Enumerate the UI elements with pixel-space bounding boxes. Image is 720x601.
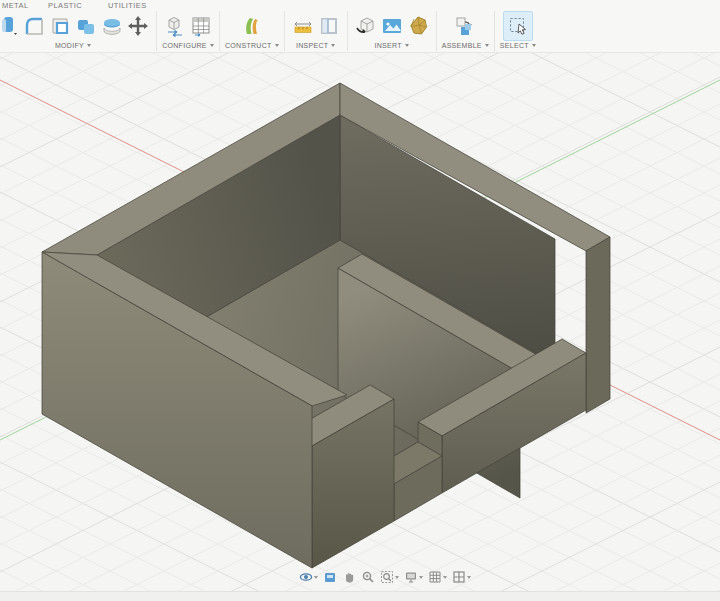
- group-insert: INSERT: [348, 11, 437, 51]
- section-analysis-icon[interactable]: [316, 13, 342, 39]
- insert-mesh-icon[interactable]: [405, 13, 431, 39]
- group-construct: CONSTRUCT: [220, 11, 285, 51]
- group-select: SELECT: [495, 11, 541, 51]
- shell-icon[interactable]: [47, 13, 73, 39]
- modify-dropdown[interactable]: MODIFY: [55, 42, 91, 49]
- chevron-down-icon: [485, 44, 489, 47]
- zoom-icon[interactable]: [360, 569, 376, 585]
- chevron-down-icon: [443, 576, 447, 579]
- configure-label: CONFIGURE: [162, 42, 207, 49]
- canvas-icon[interactable]: [379, 13, 405, 39]
- construct-plane-icon[interactable]: [239, 13, 265, 39]
- modify-label: MODIFY: [55, 42, 84, 49]
- construct-label: CONSTRUCT: [225, 42, 272, 49]
- chevron-down-icon: [467, 576, 471, 579]
- assemble-dropdown[interactable]: ASSEMBLE: [442, 42, 489, 49]
- chevron-down-icon: [532, 44, 536, 47]
- tab-sheet-metal[interactable]: METAL: [2, 1, 28, 10]
- construct-dropdown[interactable]: CONSTRUCT: [225, 42, 279, 49]
- tab-utilities[interactable]: UTILITIES: [108, 1, 147, 10]
- chevron-down-icon: [210, 44, 214, 47]
- look-at-icon[interactable]: [322, 569, 338, 585]
- configuration-table-icon[interactable]: [188, 13, 214, 39]
- group-assemble: ASSEMBLE: [437, 11, 495, 51]
- split-body-icon[interactable]: [99, 13, 125, 39]
- chevron-down-icon: [419, 576, 423, 579]
- toolbar-groups: MODIFY CONFIGURE CONSTRUCT: [0, 11, 541, 51]
- back-right-end-face[interactable]: [586, 237, 610, 413]
- insert-dropdown[interactable]: INSERT: [374, 42, 408, 49]
- assemble-label: ASSEMBLE: [442, 42, 482, 49]
- display-settings-icon[interactable]: [403, 569, 424, 585]
- press-pull-icon[interactable]: [0, 13, 21, 39]
- select-label: SELECT: [500, 42, 529, 49]
- group-modify: MODIFY: [0, 11, 157, 51]
- select-icon[interactable]: [503, 11, 533, 41]
- move-copy-icon[interactable]: [125, 13, 151, 39]
- orbit-icon[interactable]: [298, 569, 319, 585]
- insert-label: INSERT: [374, 42, 401, 49]
- new-component-icon[interactable]: [452, 13, 478, 39]
- chevron-down-icon: [331, 44, 335, 47]
- group-inspect: INSPECT: [285, 11, 348, 51]
- tab-plastic[interactable]: PLASTIC: [48, 1, 82, 10]
- fit-icon[interactable]: [379, 569, 400, 585]
- fillet-icon[interactable]: [21, 13, 47, 39]
- viewports-icon[interactable]: [451, 569, 472, 585]
- chevron-down-icon: [275, 44, 279, 47]
- configure-dropdown[interactable]: CONFIGURE: [162, 42, 214, 49]
- group-configure: CONFIGURE: [157, 11, 220, 51]
- select-dropdown[interactable]: SELECT: [500, 42, 536, 49]
- timeline-strip: [0, 591, 720, 601]
- measure-icon[interactable]: [290, 13, 316, 39]
- configure-icon[interactable]: [162, 13, 188, 39]
- pan-icon[interactable]: [341, 569, 357, 585]
- chevron-down-icon: [87, 44, 91, 47]
- combine-icon[interactable]: [73, 13, 99, 39]
- inspect-dropdown[interactable]: INSPECT: [296, 42, 335, 49]
- viewport-canvas[interactable]: [0, 52, 720, 601]
- inspect-label: INSPECT: [296, 42, 328, 49]
- chevron-down-icon: [395, 576, 399, 579]
- grid-and-snaps-icon[interactable]: [427, 569, 448, 585]
- chevron-down-icon: [314, 576, 318, 579]
- toolbar: METAL PLASTIC UTILITIES: [0, 0, 720, 53]
- chevron-down-icon: [405, 44, 409, 47]
- insert-derive-icon[interactable]: [353, 13, 379, 39]
- view-navigation-bar: [298, 569, 472, 585]
